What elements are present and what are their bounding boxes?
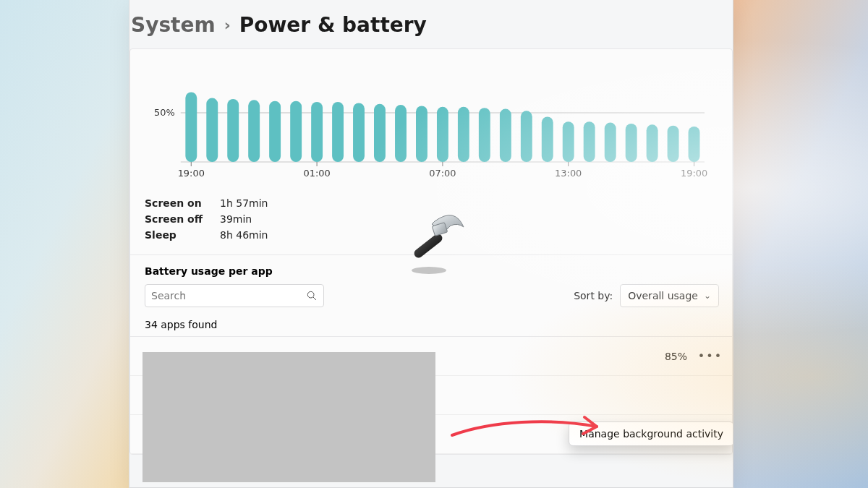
redaction-block <box>142 352 435 482</box>
svg-rect-8 <box>290 101 302 162</box>
svg-rect-27 <box>689 127 700 162</box>
svg-rect-16 <box>458 107 469 162</box>
per-app-title: Battery usage per app <box>130 255 732 281</box>
apps-found: 34 apps found <box>130 314 732 336</box>
sort-by: Sort by: Overall usage ⌄ <box>574 284 719 307</box>
svg-rect-10 <box>332 102 344 162</box>
svg-rect-7 <box>269 101 281 162</box>
stat-screen-on: Screen on 1h 57min <box>145 195 712 211</box>
svg-rect-17 <box>479 108 490 162</box>
stat-value: 39min <box>220 213 252 225</box>
svg-rect-25 <box>647 124 658 162</box>
svg-line-39 <box>313 297 316 300</box>
more-button[interactable]: ••• <box>702 348 719 365</box>
svg-text:13:00: 13:00 <box>555 168 582 179</box>
svg-rect-9 <box>311 102 323 162</box>
stat-label: Screen off <box>145 213 204 225</box>
svg-rect-12 <box>374 104 386 162</box>
svg-text:07:00: 07:00 <box>429 168 456 179</box>
stat-value: 8h 46min <box>220 229 268 241</box>
search-input[interactable] <box>151 285 306 307</box>
stat-label: Sleep <box>145 229 204 241</box>
page-title: Power & battery <box>239 13 427 37</box>
breadcrumb: System › Power & battery <box>129 0 733 48</box>
svg-rect-14 <box>416 106 427 163</box>
svg-rect-20 <box>542 116 553 162</box>
svg-text:19:00: 19:00 <box>178 168 205 179</box>
svg-rect-23 <box>605 123 616 162</box>
sort-select[interactable]: Overall usage ⌄ <box>620 284 719 307</box>
svg-rect-24 <box>626 124 637 162</box>
chevron-right-icon: › <box>224 16 231 34</box>
sort-label: Sort by: <box>574 290 613 301</box>
battery-stats: Screen on 1h 57min Screen off 39min Slee… <box>130 189 732 254</box>
search-input-wrap[interactable] <box>145 284 324 307</box>
breadcrumb-parent[interactable]: System <box>131 13 216 37</box>
stat-label: Screen on <box>145 197 204 209</box>
svg-rect-21 <box>563 121 574 162</box>
svg-rect-15 <box>437 107 448 162</box>
svg-text:50%: 50% <box>154 107 175 118</box>
svg-rect-4 <box>206 98 218 162</box>
chevron-down-icon: ⌄ <box>704 291 711 301</box>
svg-rect-13 <box>395 105 407 162</box>
context-menu-manage-background[interactable]: Manage background activity <box>569 421 733 446</box>
svg-rect-6 <box>248 100 260 162</box>
app-usage-percent: 85% <box>665 351 697 362</box>
svg-rect-22 <box>584 121 595 162</box>
sort-value: Overall usage <box>628 290 698 301</box>
stat-screen-off: Screen off 39min <box>145 211 712 227</box>
battery-chart: 50%19:0001:0007:0013:0019:00 <box>130 49 732 189</box>
svg-rect-19 <box>521 111 532 162</box>
stat-value: 1h 57min <box>220 197 268 209</box>
battery-usage-card: 50%19:0001:0007:0013:0019:00 Screen on 1… <box>129 48 733 455</box>
svg-rect-5 <box>227 99 239 162</box>
svg-rect-18 <box>500 109 511 162</box>
svg-rect-11 <box>353 103 365 162</box>
svg-text:01:00: 01:00 <box>303 168 330 179</box>
svg-point-38 <box>307 291 314 298</box>
per-app-controls: Sort by: Overall usage ⌄ <box>130 281 732 314</box>
svg-text:19:00: 19:00 <box>681 168 707 179</box>
stat-sleep: Sleep 8h 46min <box>145 227 712 243</box>
settings-panel: System › Power & battery 50%19:0001:0007… <box>129 0 733 488</box>
svg-rect-3 <box>185 92 197 162</box>
search-icon <box>306 290 318 301</box>
battery-chart-svg: 50%19:0001:0007:0013:0019:00 <box>150 59 712 182</box>
svg-rect-26 <box>668 126 679 162</box>
